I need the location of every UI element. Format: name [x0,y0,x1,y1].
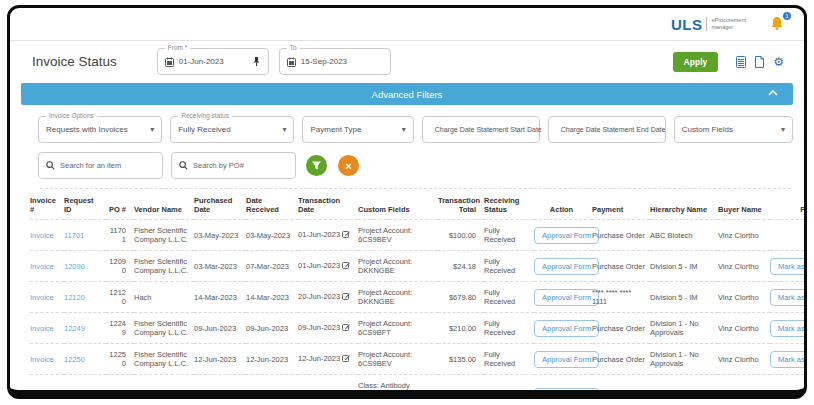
search-po-input[interactable] [193,161,278,170]
toolbar-icons: ⚙ [736,56,784,68]
po-number: 12090 [106,251,134,282]
receiving-status-select[interactable]: Receiving status Fully Received ▾ [170,116,294,143]
invoice-link[interactable]: Invoice [30,231,54,240]
table-row: Invoice 12250 12250 Fisher Scientific Co… [30,344,807,375]
chevron-up-icon[interactable] [767,88,779,99]
date-received: 14-Mar-2023 [246,282,298,313]
request-id-link[interactable]: 12120 [64,293,85,302]
request-id-link[interactable]: 12250 [64,355,85,364]
custom-field-line: Project Account: 6CS9BEV [358,226,435,244]
notification-bell-icon[interactable]: 1 [770,16,786,32]
approval-form-button[interactable]: Approval Form [534,388,599,399]
chevron-down-icon: ▾ [150,125,154,134]
to-date-field[interactable]: To 15-Sep-2023 [279,48,391,75]
vendor-name: Fisher Scientific Company L.L.C. [134,375,194,400]
payment-type-value: Payment Type [310,125,361,134]
custom-fields-cell: Project Account: 6CS9BEV [358,220,438,251]
transaction-total: $210.00 [438,313,484,344]
purchased-date: 03-May-2023 [194,220,246,251]
search-item-field[interactable] [38,152,163,179]
export-excel-icon[interactable] [736,56,746,68]
filter-panel: Invoice Options Requests with Invoices ▾… [10,105,804,189]
date-received: 12-Jun-2023 [246,344,298,375]
buyer-name: Vinz Clortho [718,282,770,313]
invoice-table-wrap: Invoice # Request ID PO # Vendor Name Pu… [10,189,804,399]
col-invoice: Invoice # [30,189,64,220]
invoice-link[interactable]: Invoice [30,355,54,364]
transaction-total: $24.18 [438,251,484,282]
approval-form-button[interactable]: Approval Form [534,289,599,306]
charge-date-start-field[interactable]: Charge Date Statement Start Date [422,116,540,143]
pin-icon[interactable] [252,53,261,71]
invoice-link[interactable]: Invoice [30,324,54,333]
buyer-name: Vinz Clortho [718,375,770,400]
table-row: Invoice 12291 12291 Fisher Scientific Co… [30,375,807,400]
calendar-icon [165,57,174,67]
export-file-icon[interactable] [755,56,764,68]
purchased-date: 03-Mar-2023 [194,251,246,282]
purchased-date: 09-Jun-2023 [194,313,246,344]
purchased-date: 14-Jul-2023 [194,375,246,400]
receiving-status-label: Receiving status [178,112,232,119]
search-po-field[interactable] [171,152,296,179]
table-body: Invoice 11701 11701 Fisher Scientific Co… [30,220,807,400]
from-date-value: 01-Jun-2023 [179,57,224,66]
custom-field-line: Class: Antibody [358,381,435,390]
receiving-status: Fully Received [484,282,534,313]
approval-form-button[interactable]: Approval Form [534,258,599,275]
mark-as-paid-button[interactable]: Mark as Paid [770,320,807,337]
mark-as-paid-button[interactable]: Mark as Paid [770,289,807,306]
apply-button[interactable]: Apply [673,52,719,72]
page-title: Invoice Status [32,54,117,69]
edit-date-icon[interactable] [342,292,350,302]
approval-form-button[interactable]: Approval Form [534,227,599,244]
clear-filter-button[interactable]: × [338,155,359,176]
col-buyer: Buyer Name [718,189,770,220]
search-item-input[interactable] [60,161,145,170]
table-row: Invoice 12090 12090 Fisher Scientific Co… [30,251,807,282]
edit-date-icon[interactable] [342,323,350,333]
date-received: 03-May-2023 [246,220,298,251]
custom-fields-select[interactable]: Custom Fields ▾ [674,116,793,143]
col-transaction-total: Transaction Total [438,189,484,220]
hierarchy-name: Division 3 - BILL [650,375,718,400]
custom-fields-cell: Class: AntibodyDepartment: OperationsPro… [358,375,438,400]
table-header-row: Invoice # Request ID PO # Vendor Name Pu… [30,189,807,220]
transaction-date: 20-Jun-2023 [298,292,340,301]
from-date-field[interactable]: From * 01-Jun-2023 [157,48,269,75]
col-payment: Payment [592,189,650,220]
invoice-options-select[interactable]: Invoice Options Requests with Invoices ▾ [38,116,162,143]
invoice-options-value: Requests with Invoices [46,125,128,134]
invoice-link[interactable]: Invoice [30,262,54,271]
vendor-name: Fisher Scientific Company L.L.C. [134,344,194,375]
po-number: 12249 [106,313,134,344]
charge-date-end-field[interactable]: Charge Date Statement End Date [548,116,666,143]
approval-form-button[interactable]: Approval Form [534,351,599,368]
invoice-table: Invoice # Request ID PO # Vendor Name Pu… [30,189,807,399]
transaction-date: 01-Jun-2023 [298,261,340,270]
apply-filter-button[interactable] [306,155,327,176]
col-received: Date Received [246,189,298,220]
date-received: 07-Mar-2023 [246,251,298,282]
date-received: 14-Jul-2023 [246,375,298,400]
search-icon [46,161,55,170]
edit-date-icon[interactable] [342,354,350,364]
chevron-down-icon: ▾ [282,125,286,134]
payment-type-select[interactable]: Payment Type ▾ [302,116,413,143]
advanced-filters-bar[interactable]: Advanced Filters [21,83,793,105]
request-id-link[interactable]: 11701 [64,231,84,240]
from-date-label: From * [165,44,191,51]
col-paid: Paid [770,189,807,220]
transaction-date: 09-Jun-2023 [298,323,340,332]
uls-logo-text: ULS [671,16,703,33]
mark-as-paid-button[interactable]: Mark as Paid [770,258,807,275]
payment-method: Purchase Order [592,251,650,282]
mark-as-paid-button[interactable]: Mark as Paid [770,351,807,368]
invoice-link[interactable]: Invoice [30,293,54,302]
settings-gear-icon[interactable]: ⚙ [773,56,784,68]
edit-date-icon[interactable] [342,261,350,271]
request-id-link[interactable]: 12249 [64,324,85,333]
edit-date-icon[interactable] [342,230,350,240]
approval-form-button[interactable]: Approval Form [534,320,599,337]
request-id-link[interactable]: 12090 [64,262,85,271]
